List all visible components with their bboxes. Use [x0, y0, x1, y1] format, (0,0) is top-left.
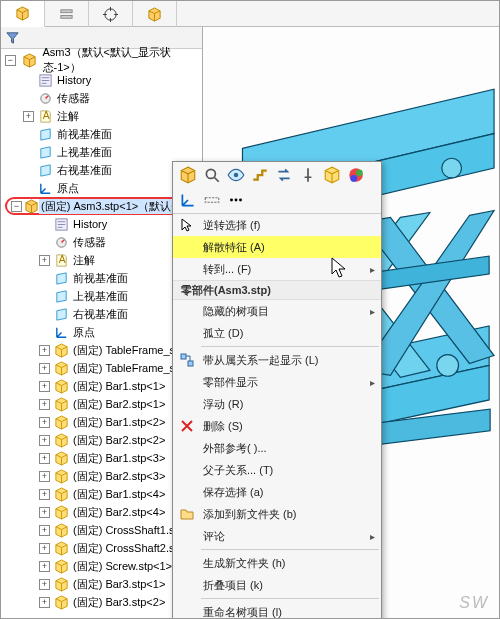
menu-item-label: 生成新文件夹 (h) — [203, 556, 286, 571]
comp-icon — [54, 505, 69, 520]
twisty-icon[interactable]: + — [39, 399, 50, 410]
tree-item-label: (固定) Screw.stp<1> — [71, 559, 174, 574]
menu-item[interactable]: 浮动 (R) — [173, 393, 381, 415]
plane-icon — [54, 289, 69, 304]
twisty-icon[interactable]: + — [39, 489, 50, 500]
tree-item[interactable]: 传感器 — [3, 89, 202, 107]
tree-item-label: (固定) CrossShaft2.s — [71, 541, 176, 556]
menu-item-label: 删除 (S) — [203, 419, 243, 434]
twisty-icon[interactable]: + — [39, 417, 50, 428]
twisty-icon[interactable]: + — [23, 111, 34, 122]
menu-item[interactable]: 逆转选择 (f) — [173, 214, 381, 236]
panel-tabs — [1, 1, 499, 27]
filter-icon[interactable] — [5, 30, 20, 45]
menu-item[interactable]: 带从属关系一起显示 (L) — [173, 349, 381, 371]
tree-item-label: 传感器 — [55, 91, 92, 106]
tree-item-label: (固定) Bar1.stp<2> — [71, 415, 167, 430]
ctx-tool-swap-icon[interactable] — [275, 166, 293, 184]
folder-icon — [179, 506, 195, 522]
ctx-tool-more-icon[interactable] — [227, 191, 245, 209]
ctx-tool-cube-icon[interactable] — [179, 166, 197, 184]
ctx-tool-box-icon[interactable] — [323, 166, 341, 184]
twisty-icon[interactable]: + — [39, 453, 50, 464]
plane-icon — [38, 163, 53, 178]
comp-icon — [54, 559, 69, 574]
menu-item[interactable]: 折叠项目 (k) — [173, 574, 381, 596]
menu-item[interactable]: 隐藏的树项目 — [173, 300, 381, 322]
twisty-icon[interactable]: + — [39, 561, 50, 572]
tab-feature-tree[interactable] — [1, 1, 45, 27]
twisty-icon[interactable]: − — [5, 55, 16, 66]
menu-item[interactable]: 孤立 (D) — [173, 322, 381, 344]
tree-item-label: 传感器 — [71, 235, 108, 250]
menu-item[interactable]: 解散特征 (A) — [173, 236, 381, 258]
ctx-tool-search-icon[interactable] — [203, 166, 221, 184]
svg-rect-11 — [61, 9, 72, 12]
tree-item-label: 上视基准面 — [55, 145, 114, 160]
tree-root[interactable]: − Asm3（默认<默认_显示状态-1>） — [1, 49, 202, 71]
menu-item[interactable]: 转到... (F) — [173, 258, 381, 280]
tab-display[interactable] — [89, 1, 133, 27]
comp-icon — [54, 541, 69, 556]
menu-item[interactable]: 外部参考( )... — [173, 437, 381, 459]
cursor-icon — [179, 217, 195, 233]
menu-item[interactable]: 评论 — [173, 525, 381, 547]
comp-icon — [54, 379, 69, 394]
tree-item-label: History — [55, 74, 93, 86]
hist-icon — [54, 217, 69, 232]
menu-item[interactable]: 保存选择 (a) — [173, 481, 381, 503]
svg-point-29 — [235, 198, 238, 201]
twisty-icon[interactable]: + — [39, 507, 50, 518]
comp-icon — [54, 523, 69, 538]
comp-icon — [54, 469, 69, 484]
menu-item[interactable]: 添加到新文件夹 (b) — [173, 503, 381, 525]
ctx-tool-eye-icon[interactable] — [227, 166, 245, 184]
tree-item-label: (固定) Bar2.stp<4> — [71, 505, 167, 520]
cube-icon — [15, 6, 30, 21]
context-toolbar — [173, 162, 381, 214]
menu-separator — [201, 598, 379, 599]
tree-item-label: (固定) Bar2.stp<3> — [71, 469, 167, 484]
dep-icon — [179, 352, 195, 368]
twisty-icon[interactable]: + — [39, 435, 50, 446]
menu-item[interactable]: 重命名树项目 (l) — [173, 601, 381, 619]
ctx-tool-step-icon[interactable] — [251, 166, 269, 184]
tab-config[interactable] — [45, 1, 89, 27]
menu-item[interactable]: 父子关系... (T) — [173, 459, 381, 481]
tree-item[interactable]: 前视基准面 — [3, 125, 202, 143]
svg-point-23 — [437, 355, 459, 377]
origin-icon — [54, 325, 69, 340]
menu-item-label: 保存选择 (a) — [203, 485, 264, 500]
ctx-tool-color-icon[interactable] — [347, 166, 365, 184]
tree-item-label: 上视基准面 — [71, 289, 130, 304]
menu-item[interactable]: 零部件显示 — [173, 371, 381, 393]
twisty-icon[interactable]: + — [39, 363, 50, 374]
twisty-icon[interactable]: + — [39, 525, 50, 536]
twisty-icon[interactable]: − — [11, 201, 22, 212]
twisty-icon[interactable]: + — [39, 579, 50, 590]
svg-point-25 — [442, 158, 462, 178]
twisty-icon[interactable]: + — [39, 471, 50, 482]
menu-item-label: 带从属关系一起显示 (L) — [203, 353, 319, 368]
ctx-tool-dash-icon[interactable] — [203, 191, 221, 209]
menu-item-label: 逆转选择 (f) — [203, 218, 260, 233]
twisty-icon[interactable]: + — [39, 597, 50, 608]
origin-icon — [38, 181, 53, 196]
twisty-icon[interactable]: + — [39, 381, 50, 392]
tab-extra[interactable] — [133, 1, 177, 27]
twisty-icon[interactable]: + — [39, 255, 50, 266]
twisty-icon[interactable]: + — [39, 345, 50, 356]
menu-item[interactable]: 生成新文件夹 (h) — [173, 552, 381, 574]
tree-item-label: 右视基准面 — [71, 307, 130, 322]
hist-icon — [38, 73, 53, 88]
tree-item-label: (固定) TableFrame_s — [71, 343, 177, 358]
tree-item-label: (固定) CrossShaft1.s — [71, 523, 176, 538]
twisty-icon[interactable]: + — [39, 543, 50, 554]
sensor-icon — [38, 91, 53, 106]
menu-item[interactable]: 删除 (S) — [173, 415, 381, 437]
ctx-tool-origin-icon[interactable] — [179, 191, 197, 209]
tree-item[interactable]: + 注解 — [3, 107, 202, 125]
comp-icon — [54, 361, 69, 376]
ctx-tool-pin-icon[interactable] — [299, 166, 317, 184]
tree-item[interactable]: 上视基准面 — [3, 143, 202, 161]
